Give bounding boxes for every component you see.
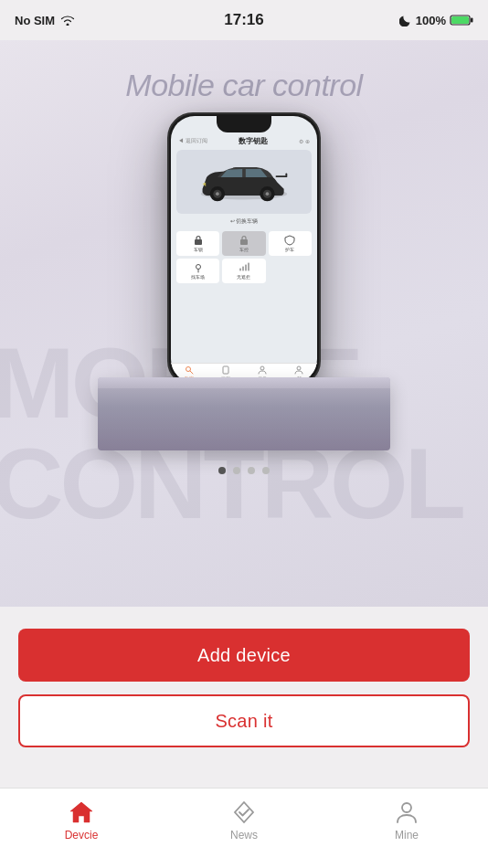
phone-btn-lock: 车锁	[176, 231, 219, 256]
hero-title: Mobile car control	[125, 68, 362, 103]
phone-btn-center: 车控	[222, 231, 265, 256]
status-right: 100%	[399, 14, 473, 27]
phone-btn-shield: 护车	[269, 231, 312, 256]
phone-car-display	[176, 150, 312, 214]
tab-news-label: News	[230, 829, 258, 842]
svg-point-19	[402, 803, 411, 812]
time-label: 17:16	[224, 11, 263, 29]
battery-icon	[450, 14, 473, 26]
svg-point-14	[196, 265, 200, 270]
svg-rect-2	[471, 18, 473, 23]
tab-device-icon	[69, 799, 94, 825]
tab-bar: Devcie News Mine	[0, 788, 488, 868]
dot-1[interactable]	[218, 467, 226, 474]
phone-btn-location: 找车场	[176, 259, 219, 283]
phone-frame: ◀ 返回订阅 数字钥匙 ⚙ ⊕	[167, 112, 321, 386]
svg-point-9	[266, 192, 270, 196]
tab-mine-label: Mine	[395, 829, 419, 842]
carrier-label: No SIM	[15, 14, 55, 27]
svg-rect-13	[240, 239, 248, 245]
phone-screen-title: 数字钥匙	[239, 136, 268, 146]
battery-label: 100%	[416, 14, 446, 27]
svg-point-18	[297, 366, 301, 370]
svg-rect-10	[276, 175, 288, 177]
dot-3[interactable]	[248, 467, 255, 474]
dot-4[interactable]	[262, 467, 270, 474]
scan-button[interactable]: Scan it	[18, 694, 470, 747]
moon-icon	[399, 14, 412, 26]
tab-mine[interactable]: Mine	[325, 799, 488, 842]
svg-rect-16	[223, 366, 228, 374]
tab-news[interactable]: News	[163, 799, 325, 842]
tab-news-icon	[231, 799, 257, 825]
svg-rect-11	[285, 173, 287, 177]
svg-point-6	[216, 192, 219, 196]
add-device-button[interactable]: Add device	[18, 629, 470, 682]
phone-car-label: ↩ 切换车辆	[171, 217, 317, 226]
phone-btn-signal: 无遮拦	[222, 259, 265, 283]
dot-2[interactable]	[233, 467, 240, 474]
svg-rect-1	[451, 16, 469, 24]
svg-point-17	[260, 366, 264, 370]
tab-device[interactable]: Devcie	[0, 799, 163, 842]
status-bar: No SIM 17:16 100%	[0, 0, 488, 40]
tab-mine-icon	[394, 799, 419, 825]
carousel-dots	[218, 467, 270, 474]
status-left: No SIM	[15, 14, 75, 27]
phone-screen: ◀ 返回订阅 数字钥匙 ⚙ ⊕	[171, 116, 317, 383]
pedestal	[98, 377, 390, 450]
phone-buttons-grid: 车锁 车控 护车	[171, 229, 317, 285]
phone-mockup-container: ◀ 返回订阅 数字钥匙 ⚙ ⊕	[98, 112, 390, 450]
car-image	[194, 159, 294, 205]
phone-notch	[217, 116, 271, 132]
hero-section: MOBILECONTROL Mobile car control ◀ 返回订阅 …	[0, 40, 488, 607]
wifi-icon	[60, 15, 75, 26]
tab-device-label: Devcie	[65, 829, 99, 842]
action-section: Add device Scan it	[0, 607, 488, 747]
svg-rect-12	[195, 239, 202, 245]
